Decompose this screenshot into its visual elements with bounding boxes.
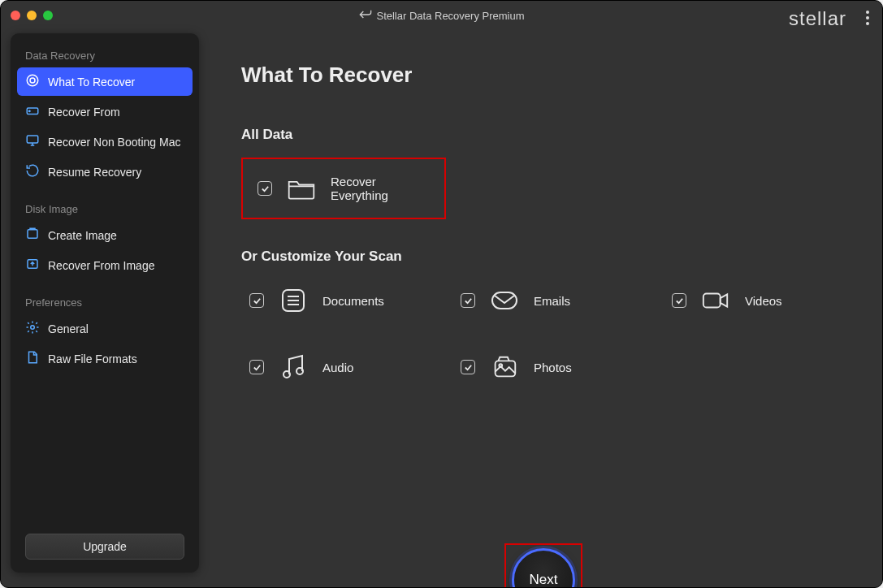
sidebar-item-recover-non-booting-mac[interactable]: Recover Non Booting Mac	[17, 128, 193, 156]
monitor-icon	[25, 133, 40, 150]
next-button-highlight: Next	[504, 543, 582, 588]
option-label: Emails	[534, 294, 570, 308]
videos-icon	[701, 286, 730, 315]
app-window: Stellar Data Recovery Premium stellar Da…	[0, 0, 883, 588]
minimize-window-button[interactable]	[27, 11, 37, 20]
file-icon	[25, 350, 40, 367]
sidebar-item-label: General	[48, 322, 89, 335]
option-label: Audio	[322, 361, 353, 374]
gear-icon	[25, 320, 40, 337]
sidebar-item-recover-from[interactable]: Recover From	[17, 97, 193, 126]
audio-icon	[279, 352, 308, 382]
window-controls	[11, 11, 53, 20]
option-label: Documents	[322, 294, 384, 308]
option-emails[interactable]: Emails	[452, 279, 656, 322]
sidebar-section-data-recovery: Data Recovery	[17, 45, 193, 67]
sidebar-item-label: Recover From Image	[48, 259, 154, 272]
customize-options-grid: Documents Emails Videos	[241, 279, 850, 388]
main-panel: What To Recover All Data Recover Everyth…	[199, 30, 882, 587]
checkbox-recover-everything[interactable]	[258, 181, 272, 196]
checkbox-audio[interactable]	[249, 360, 264, 374]
drive-icon	[25, 103, 40, 120]
window-title-text: Stellar Data Recovery Premium	[376, 10, 524, 22]
svg-point-3	[29, 110, 31, 112]
sidebar-section-preferences: Preferences	[17, 292, 193, 313]
titlebar: Stellar Data Recovery Premium stellar	[1, 1, 882, 30]
option-recover-everything[interactable]: Recover Everything	[241, 158, 446, 219]
option-label: Recover Everything	[331, 175, 412, 202]
svg-point-1	[30, 78, 35, 83]
more-menu-icon[interactable]	[866, 11, 869, 25]
documents-icon	[279, 286, 308, 315]
sidebar-item-resume-recovery[interactable]: Resume Recovery	[17, 158, 193, 186]
svg-rect-4	[27, 136, 38, 143]
option-audio[interactable]: Audio	[241, 346, 444, 388]
maximize-window-button[interactable]	[43, 11, 53, 20]
page-title: What To Recover	[241, 63, 850, 88]
recover-image-icon	[25, 257, 40, 274]
sidebar-item-label: What To Recover	[48, 76, 135, 89]
svg-rect-12	[492, 292, 517, 309]
option-videos[interactable]: Videos	[664, 279, 867, 322]
option-documents[interactable]: Documents	[241, 279, 444, 322]
window-title: Stellar Data Recovery Premium	[358, 9, 524, 23]
checkbox-videos[interactable]	[672, 293, 686, 308]
customize-heading: Or Customize Your Scan	[241, 249, 850, 265]
svg-point-7	[31, 326, 35, 330]
resume-icon	[25, 163, 40, 180]
option-label: Photos	[534, 361, 572, 374]
target-icon	[25, 73, 40, 90]
sidebar: Data Recovery What To Recover Recover Fr…	[11, 33, 199, 573]
next-button[interactable]: Next	[512, 548, 575, 588]
checkbox-photos[interactable]	[461, 360, 475, 374]
sidebar-item-label: Resume Recovery	[48, 166, 141, 179]
sidebar-item-label: Recover Non Booting Mac	[48, 136, 180, 149]
sidebar-item-general[interactable]: General	[17, 314, 193, 343]
body: Data Recovery What To Recover Recover Fr…	[1, 30, 882, 587]
svg-point-0	[27, 75, 38, 86]
option-label: Videos	[745, 294, 782, 308]
sidebar-item-raw-file-formats[interactable]: Raw File Formats	[17, 344, 193, 373]
sidebar-item-label: Raw File Formats	[48, 352, 137, 365]
checkbox-documents[interactable]	[249, 293, 264, 308]
emails-icon	[490, 286, 519, 315]
close-window-button[interactable]	[11, 11, 20, 20]
create-image-icon	[25, 227, 40, 244]
sidebar-item-what-to-recover[interactable]: What To Recover	[17, 67, 193, 96]
sidebar-item-create-image[interactable]: Create Image	[17, 221, 193, 249]
sidebar-item-label: Recover From	[48, 106, 120, 119]
all-data-heading: All Data	[241, 127, 850, 143]
back-arrow-icon[interactable]	[358, 9, 371, 23]
sidebar-section-disk-image: Disk Image	[17, 198, 193, 220]
sidebar-item-recover-from-image[interactable]: Recover From Image	[17, 251, 193, 279]
svg-rect-13	[703, 293, 721, 307]
brand-logo: stellar	[789, 7, 846, 30]
folder-icon	[287, 174, 316, 203]
checkbox-emails[interactable]	[461, 293, 475, 308]
photos-icon	[490, 352, 519, 382]
sidebar-item-label: Create Image	[48, 229, 117, 242]
svg-rect-5	[28, 230, 37, 239]
upgrade-button[interactable]: Upgrade	[25, 534, 184, 560]
option-photos[interactable]: Photos	[452, 346, 656, 388]
